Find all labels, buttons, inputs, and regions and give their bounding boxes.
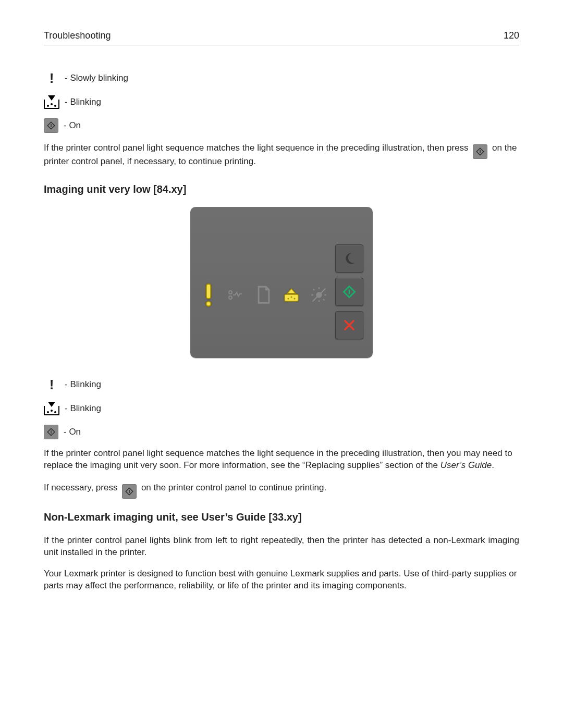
section-heading-non-lexmark: Non‑Lexmark imaging unit, see User’s Gui… bbox=[44, 510, 519, 524]
page-number: 120 bbox=[504, 29, 519, 42]
section-heading-imaging-unit-very-low: Imaging unit very low [84.xy] bbox=[44, 182, 519, 196]
users-guide-reference: User’s Guide bbox=[440, 460, 492, 470]
printer-control-panel bbox=[190, 207, 373, 358]
document-page: Troubleshooting 120 - Slowly blinking - … bbox=[0, 0, 563, 728]
panel-button-column bbox=[335, 244, 363, 339]
light-legend-top: - Slowly blinking - Blinking - On bbox=[44, 70, 519, 133]
svg-marker-4 bbox=[287, 289, 296, 293]
legend-item-exclaim: - Slowly blinking bbox=[44, 70, 519, 86]
paper-jam-icon bbox=[227, 286, 245, 304]
toner-ink-icon bbox=[283, 286, 300, 304]
printer-panel-illustration bbox=[44, 207, 519, 358]
legend-item-toner: - Blinking bbox=[44, 401, 519, 416]
error-lamp-icon bbox=[310, 286, 328, 304]
start-button-icon bbox=[44, 425, 58, 439]
legend-label: Slowly blinking bbox=[70, 73, 128, 83]
warning-exclaim-icon bbox=[44, 377, 59, 392]
svg-point-6 bbox=[287, 298, 289, 300]
non-lexmark-para1: If the printer control panel lights blin… bbox=[44, 535, 519, 559]
instruction-paragraph-replace: If the printer control panel light seque… bbox=[44, 448, 519, 472]
svg-point-3 bbox=[229, 296, 232, 299]
indicator-row bbox=[200, 286, 328, 304]
legend-label: Blinking bbox=[70, 97, 101, 107]
sleep-button bbox=[335, 244, 363, 273]
page-header: Troubleshooting 120 bbox=[44, 29, 519, 45]
load-paper-icon bbox=[255, 286, 273, 304]
start-button-icon bbox=[44, 118, 58, 133]
legend-item-exclaim: - Blinking bbox=[44, 377, 519, 392]
legend-item-start: - On bbox=[44, 425, 519, 439]
svg-point-8 bbox=[293, 298, 295, 300]
legend-label: On bbox=[69, 427, 81, 437]
non-lexmark-para2: Your Lexmark printer is designed to func… bbox=[44, 568, 519, 592]
start-button-icon bbox=[122, 484, 137, 499]
start-button bbox=[335, 278, 363, 306]
legend-label: Blinking bbox=[70, 403, 101, 413]
instruction-paragraph-continue: If necessary, press on the printer contr… bbox=[44, 481, 519, 496]
light-legend-bottom: - Blinking - Blinking - On bbox=[44, 377, 519, 439]
instruction-paragraph: If the printer control panel light seque… bbox=[44, 141, 519, 168]
legend-item-toner: - Blinking bbox=[44, 94, 519, 110]
start-button-icon bbox=[473, 144, 487, 159]
legend-label: Blinking bbox=[70, 379, 101, 389]
toner-ink-icon bbox=[44, 401, 59, 416]
toner-ink-icon bbox=[44, 94, 59, 110]
svg-point-1 bbox=[206, 302, 211, 306]
warning-exclaim-icon bbox=[44, 70, 59, 86]
svg-point-7 bbox=[290, 297, 292, 298]
cancel-button bbox=[335, 311, 363, 339]
svg-point-2 bbox=[229, 291, 232, 294]
warning-exclaim-icon bbox=[200, 286, 217, 304]
legend-item-start: - On bbox=[44, 118, 519, 133]
section-title: Troubleshooting bbox=[44, 29, 111, 42]
svg-rect-0 bbox=[206, 284, 211, 299]
legend-label: On bbox=[69, 120, 81, 130]
